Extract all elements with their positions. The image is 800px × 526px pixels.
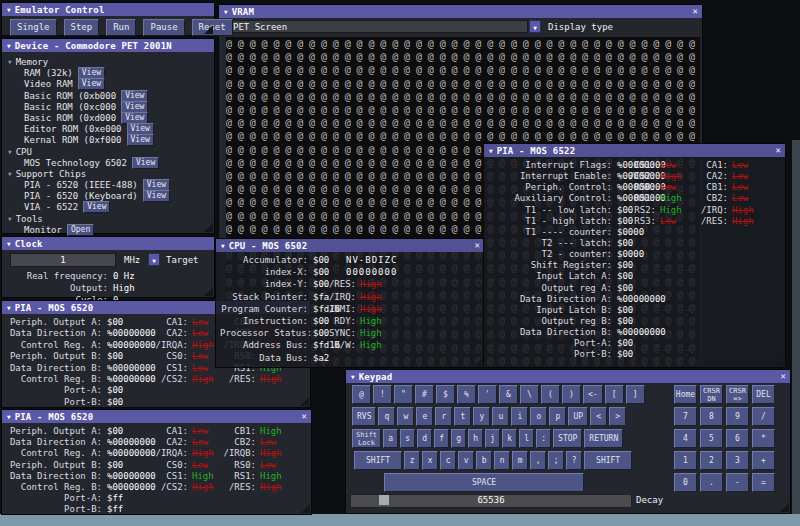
resize-handle[interactable]	[780, 503, 789, 512]
clock-titlebar[interactable]: ▼Clock	[2, 237, 214, 250]
resize-handle[interactable]	[204, 223, 213, 232]
keyboard-key[interactable]: (	[541, 385, 560, 404]
keyboard-key[interactable]: >	[609, 407, 626, 426]
keyboard-key[interactable]: "	[394, 385, 413, 404]
display-type-select[interactable]: PET Screen	[227, 20, 528, 33]
keyboard-key[interactable]: a	[383, 429, 398, 448]
keyboard-key[interactable]: ]	[626, 385, 645, 404]
numpad-key[interactable]: 0	[674, 473, 697, 492]
keyboard-key[interactable]: RVS	[352, 407, 376, 426]
keyboard-key[interactable]: v	[458, 451, 474, 470]
numpad-key[interactable]: 3	[726, 451, 749, 470]
keyboard-key[interactable]: m	[512, 451, 528, 470]
keyboard-key[interactable]: b	[476, 451, 492, 470]
keyboard-key[interactable]: x	[422, 451, 438, 470]
keyboard-key[interactable]: l	[519, 429, 534, 448]
emulator-control-titlebar[interactable]: ▼Emulator Control	[2, 3, 214, 16]
keyboard-key[interactable]: !	[373, 385, 392, 404]
keyboard-key[interactable]: Shift Lock	[352, 429, 381, 448]
keyboard-key[interactable]: '	[478, 385, 497, 404]
numpad-key[interactable]: 2	[700, 451, 723, 470]
numpad-key[interactable]: 7	[674, 407, 697, 426]
close-icon[interactable]: ✕	[475, 239, 480, 252]
keyboard-key[interactable]: z	[404, 451, 420, 470]
close-icon[interactable]: ✕	[302, 410, 307, 423]
numpad-key[interactable]: 4	[674, 429, 697, 448]
view-button[interactable]: View	[127, 123, 154, 135]
tree-section-memory[interactable]: ▼Memory	[2, 56, 214, 67]
keyboard-key[interactable]: n	[494, 451, 510, 470]
numpad-key[interactable]: 1	[674, 451, 697, 470]
keyboard-key[interactable]: k	[502, 429, 517, 448]
view-button[interactable]: View	[143, 190, 170, 202]
collapse-icon[interactable]: ▼	[7, 39, 11, 52]
numpad-key[interactable]: -	[726, 473, 749, 492]
keyboard-key[interactable]: f	[434, 429, 449, 448]
keyboard-key[interactable]: ?	[566, 451, 582, 470]
close-icon[interactable]: ✕	[776, 144, 781, 157]
keyboard-key[interactable]: c	[440, 451, 456, 470]
cpu-titlebar[interactable]: ▼CPU - MOS 6502 ✕	[216, 239, 484, 252]
numpad-key[interactable]: 9	[726, 407, 749, 426]
view-button[interactable]: View	[127, 134, 154, 146]
keyboard-key[interactable]: STOP	[553, 429, 582, 448]
collapse-icon[interactable]: ▼	[7, 301, 11, 314]
keyboard-key[interactable]: y	[473, 407, 490, 426]
keyboard-key[interactable]: h	[468, 429, 483, 448]
keyboard-key[interactable]: UP	[568, 407, 588, 426]
keyboard-key[interactable]: ;	[548, 451, 564, 470]
keyboard-key[interactable]: #	[415, 385, 434, 404]
view-button[interactable]: View	[143, 179, 170, 191]
keyboard-key[interactable]: u	[492, 407, 509, 426]
numpad-key[interactable]: Home	[674, 385, 697, 404]
collapse-icon[interactable]: ▼	[7, 237, 11, 250]
collapse-icon[interactable]: ▼	[489, 144, 493, 157]
chevron-down-icon[interactable]: ▼	[148, 253, 160, 266]
keyboard-key[interactable]: <	[590, 407, 607, 426]
keyboard-key[interactable]: ,	[530, 451, 546, 470]
collapse-icon[interactable]: ▼	[7, 3, 11, 16]
keyboard-key[interactable]: [	[605, 385, 624, 404]
collapse-icon[interactable]: ▼	[351, 370, 355, 383]
keyboard-key[interactable]: g	[451, 429, 466, 448]
collapse-icon[interactable]: ▼	[224, 5, 228, 18]
keyboard-key[interactable]: j	[485, 429, 500, 448]
keyboard-key[interactable]: &	[499, 385, 518, 404]
emulator-control-button[interactable]: Single	[10, 19, 57, 36]
keyboard-key[interactable]: t	[454, 407, 471, 426]
resize-handle[interactable]	[474, 357, 483, 366]
collapse-icon[interactable]: ▼	[7, 410, 11, 423]
resize-handle[interactable]	[204, 287, 213, 296]
keyboard-key[interactable]: $	[436, 385, 455, 404]
keyboard-key[interactable]: \	[520, 385, 539, 404]
resize-handle[interactable]	[204, 25, 213, 34]
keyboard-key[interactable]: %	[457, 385, 476, 404]
numpad-key[interactable]: *	[752, 429, 775, 448]
keyboard-key[interactable]: r	[435, 407, 452, 426]
resize-handle[interactable]	[775, 357, 784, 366]
tree-section-tools[interactable]: ▼Tools	[2, 213, 214, 224]
resize-handle[interactable]	[300, 397, 309, 406]
numpad-key[interactable]: .	[700, 473, 723, 492]
emulator-control-button[interactable]: Pause	[143, 19, 184, 36]
resize-handle[interactable]	[301, 504, 310, 513]
pia-keyboard-titlebar[interactable]: ▼PIA - MOS 6520 ✕	[2, 410, 311, 423]
keyboard-key[interactable]: SHIFT	[354, 451, 402, 470]
view-button[interactable]: View	[78, 67, 105, 79]
keyboard-key[interactable]: w	[397, 407, 414, 426]
keyboard-key[interactable]: o	[530, 407, 547, 426]
keyboard-key[interactable]: SHIFT	[584, 451, 632, 470]
view-button[interactable]: View	[132, 157, 159, 169]
keyboard-key[interactable]: @	[352, 385, 371, 404]
via-titlebar[interactable]: ▼PIA - MOS 6522 ✕	[484, 144, 785, 157]
keyboard-key[interactable]: s	[400, 429, 415, 448]
numpad-key[interactable]: 8	[700, 407, 723, 426]
tree-section-support-chips[interactable]: ▼Support Chips	[2, 168, 214, 179]
view-button[interactable]: View	[121, 90, 148, 102]
vram-titlebar[interactable]: ▼VRAM ✕	[219, 5, 702, 18]
numpad-key[interactable]: DEL	[752, 385, 775, 404]
keyboard-key[interactable]: :	[536, 429, 551, 448]
chevron-down-icon[interactable]: ▼	[529, 20, 541, 33]
keypad-titlebar[interactable]: ▼Keypad ✕	[346, 370, 790, 383]
keyboard-key[interactable]: d	[417, 429, 432, 448]
